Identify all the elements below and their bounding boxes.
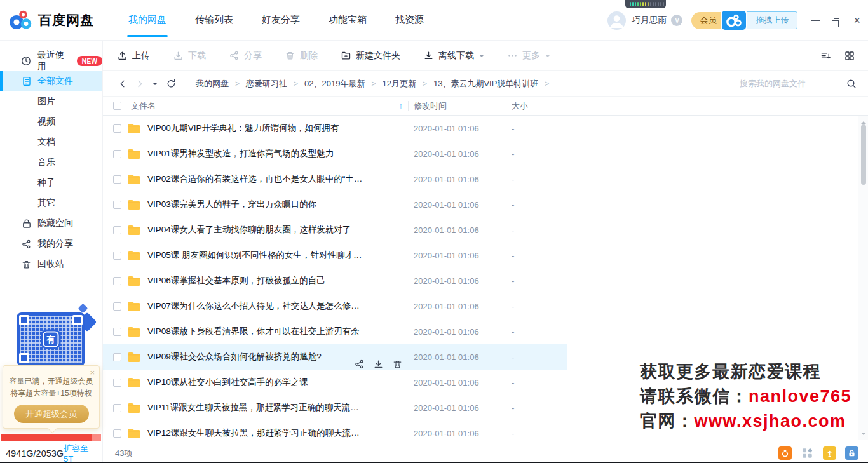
table-row[interactable]: VIP12课跟女生聊天被拉黑，那赶紧学习正确的聊天流程（下）2020-01-01… [103,420,567,443]
file-name[interactable]: VIP06课掌握社交基本原则，打破被孤立的自己 [147,275,325,286]
table-row[interactable]: VIP03课完美男人的鞋子，穿出万众瞩目的你2020-01-01 01:06- [103,192,567,217]
sort-asc-icon[interactable]: ↑ [399,101,403,111]
search-input[interactable] [740,79,846,88]
restore-button[interactable] [834,17,839,24]
sidebar-item-my-shares[interactable]: 我的分享 [0,234,102,254]
scroll-up-icon[interactable] [861,119,866,124]
select-all-checkbox[interactable] [113,102,121,110]
avatar[interactable] [607,11,626,30]
table-row[interactable]: VIP09课社交公众场合如何化解被挤兑的尴尬?2020-01-01 01:06- [103,344,567,370]
row-checkbox[interactable] [113,429,121,438]
close-button[interactable]: × [853,15,860,26]
row-checkbox[interactable] [113,175,121,184]
search-box[interactable] [729,71,868,96]
row-checkbox[interactable] [113,277,121,285]
forward-button[interactable] [135,79,144,88]
row-checkbox[interactable] [113,150,121,158]
sort-order-icon[interactable] [820,51,831,60]
table-row[interactable]: VIP06课掌握社交基本原则，打破被孤立的自己2020-01-01 01:06- [103,268,567,293]
breadcrumb-item[interactable]: 02、2019年最新 [304,78,365,90]
file-name[interactable]: VIP03课完美男人的鞋子，穿出万众瞩目的你 [147,199,316,210]
expand-storage-link[interactable]: 扩容至5T [64,443,98,463]
hidden-space-icon[interactable] [845,446,858,460]
close-icon[interactable]: × [90,368,95,377]
nav-tab-toolbox[interactable]: 功能宝箱 [329,0,367,40]
upload-button[interactable]: 上传 [118,50,150,62]
table-row[interactable]: VIP10课从社交小白到社交高手的必学之课2020-01-01 01:06- [103,370,567,395]
file-name[interactable]: VIP11课跟女生聊天被拉黑，那赶紧学习正确的聊天流程（上） [147,402,367,413]
sidebar-item-recycle-bin[interactable]: 回收站 [0,254,102,274]
row-download-button[interactable] [374,359,383,369]
table-row[interactable]: VIP00九期VIP开学典礼：魅力所谓何物，如何拥有2020-01-01 01:… [103,116,567,141]
column-size[interactable]: 大小 [505,97,567,115]
breadcrumb-item[interactable]: 恋爱研习社 [246,78,287,90]
sidebar-item-hidden-space[interactable]: 隐藏空间 [0,213,102,234]
table-row[interactable]: VIP07课为什么你这么不招人待见，社交达人是怎么修炼的?2020-01-01 … [103,293,567,319]
sidebar-item-torrents[interactable]: 种子 [0,173,102,193]
sidebar-item-other[interactable]: 其它 [0,193,102,213]
table-row[interactable]: VIP11课跟女生聊天被拉黑，那赶紧学习正确的聊天流程（上）2020-01-01… [103,395,567,420]
scroll-down-icon[interactable] [861,433,866,438]
upgrade-svip-button[interactable]: 开通超级会员 [14,405,89,423]
row-checkbox[interactable] [113,404,121,412]
table-row[interactable]: VIP04课女人看了主动找你聊的朋友圈，这样发就对了2020-01-01 01:… [103,217,567,243]
row-checkbox[interactable] [113,252,121,260]
minimize-button[interactable] [811,20,820,21]
file-name[interactable]: VIP05课 朋友圈如何识别不同性格的女生，针对性聊才会更高效 [147,250,367,261]
breadcrumb-item[interactable]: 13、素云九期VIP脱单特训班 [433,78,538,90]
new-folder-button[interactable]: 新建文件夹 [341,50,400,62]
drag-upload-button[interactable]: 拖拽上传 [744,11,797,29]
row-checkbox[interactable] [113,226,121,234]
row-checkbox[interactable] [113,353,121,361]
nav-tab-my-drive[interactable]: 我的网盘 [128,0,166,40]
file-name[interactable]: VIP08课放下身段看清界限，你才可以在社交上游刃有余 [147,326,360,337]
download-button[interactable]: 下载 [173,50,206,62]
sidebar-item-images[interactable]: 图片 [0,91,102,112]
file-name[interactable]: VIP12课跟女生聊天被拉黑，那赶紧学习正确的聊天流程（下） [147,427,367,439]
history-caret-icon[interactable] [153,83,158,88]
nav-tab-friend-shares[interactable]: 好友分享 [262,0,300,40]
netdisk-mini-logo-icon[interactable] [722,11,746,30]
table-row[interactable]: VIP01课男神发型改造，打造你高气场的发型魅力2020-01-01 01:06… [103,141,567,166]
file-name[interactable]: VIP07课为什么你这么不招人待见，社交达人是怎么修炼的? [147,300,367,312]
file-name[interactable]: VIP04课女人看了主动找你聊的朋友圈，这样发就对了 [147,224,351,236]
table-row[interactable]: VIP02课合适你的着装这样选，再也不是女人眼中的“土包子”2020-01-01… [103,166,567,192]
delete-button[interactable]: 删除 [285,50,318,62]
grid-view-icon[interactable] [844,51,855,61]
back-button[interactable] [118,79,127,88]
breadcrumb-item[interactable]: 我的网盘 [196,78,229,90]
breadcrumb-item[interactable]: 12月更新 [382,78,416,90]
row-share-button[interactable] [355,359,364,369]
nav-tab-find-resources[interactable]: 找资源 [395,0,424,40]
file-name[interactable]: VIP01课男神发型改造，打造你高气场的发型魅力 [147,148,334,159]
file-name[interactable]: VIP00九期VIP开学典礼：魅力所谓何物，如何拥有 [147,123,339,134]
column-filename-label[interactable]: 文件名 [131,100,156,112]
row-checkbox[interactable] [113,201,121,209]
scrollbar[interactable] [858,116,868,440]
share-button[interactable]: 分享 [229,50,262,62]
row-checkbox[interactable] [113,302,121,311]
row-checkbox[interactable] [113,379,121,387]
refresh-button[interactable] [166,79,176,88]
scrollbar-thumb[interactable] [861,124,866,185]
sidebar-item-music[interactable]: 音乐 [0,152,102,173]
more-button[interactable]: 更多 [508,50,550,62]
column-modified[interactable]: 修改时间 [409,97,505,115]
sidebar-item-all-files[interactable]: 全部文件 [0,71,102,91]
table-row[interactable]: VIP05课 朋友圈如何识别不同性格的女生，针对性聊才会更高效2020-01-0… [103,243,567,268]
file-name[interactable]: VIP02课合适你的着装这样选，再也不是女人眼中的“土包子” [147,173,367,185]
row-checkbox[interactable] [113,328,121,336]
file-name[interactable]: VIP10课从社交小白到社交高手的必学之课 [147,377,308,388]
vip-level-icon[interactable]: V [671,15,682,26]
sidebar-item-recent[interactable]: 最近使用NEW [0,51,102,71]
mini-apps-icon[interactable] [801,446,814,460]
offline-download-button[interactable]: 离线下载 [424,50,484,62]
table-row[interactable]: VIP08课放下身段看清界限，你才可以在社交上游刃有余2020-01-01 01… [103,319,567,344]
row-delete-button[interactable] [393,359,402,369]
file-name[interactable]: VIP09课社交公众场合如何化解被挤兑的尴尬? [147,351,322,363]
member-badge[interactable]: 会员 [691,12,724,29]
sidebar-item-videos[interactable]: 视频 [0,112,102,132]
sidebar-item-documents[interactable]: 文档 [0,132,102,152]
nav-tab-transfer-list[interactable]: 传输列表 [195,0,233,40]
rewards-icon[interactable] [778,446,792,460]
